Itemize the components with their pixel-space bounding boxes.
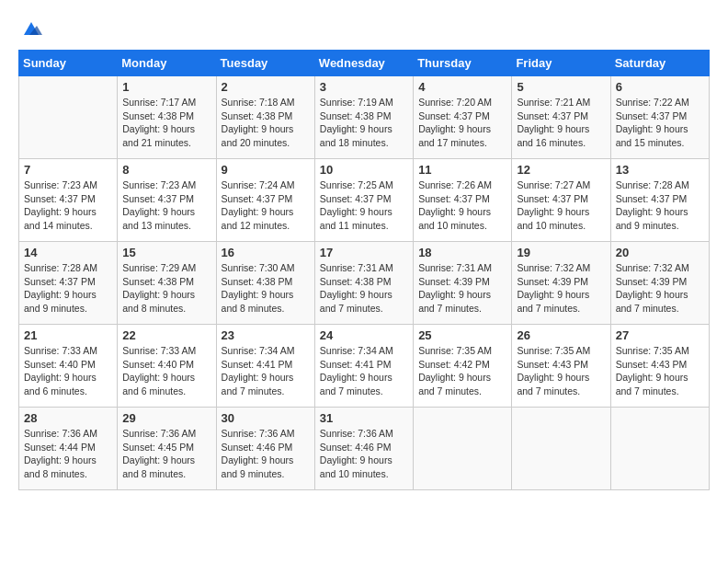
header-friday: Friday — [512, 51, 610, 76]
day-info: Sunrise: 7:31 AMSunset: 4:39 PMDaylight:… — [418, 261, 506, 316]
day-info: Sunrise: 7:36 AMSunset: 4:46 PMDaylight:… — [320, 427, 408, 481]
day-number: 15 — [122, 246, 210, 259]
calendar-week-row: 1Sunrise: 7:17 AMSunset: 4:38 PMDaylight… — [19, 76, 710, 159]
day-number: 26 — [517, 328, 605, 342]
day-number: 28 — [24, 411, 112, 425]
day-info: Sunrise: 7:31 AMSunset: 4:38 PMDaylight:… — [320, 261, 408, 316]
calendar-cell: 21Sunrise: 7:33 AMSunset: 4:40 PMDayligh… — [19, 325, 118, 408]
day-number: 17 — [320, 246, 408, 259]
calendar-cell: 7Sunrise: 7:23 AMSunset: 4:37 PMDaylight… — [19, 159, 118, 242]
logo — [18, 18, 42, 40]
day-number: 9 — [222, 163, 310, 177]
day-number: 2 — [222, 80, 310, 94]
day-number: 1 — [122, 80, 210, 94]
day-info: Sunrise: 7:34 AMSunset: 4:41 PMDaylight:… — [222, 344, 310, 398]
header-wednesday: Wednesday — [314, 51, 413, 76]
day-info: Sunrise: 7:32 AMSunset: 4:39 PMDaylight:… — [616, 261, 704, 316]
day-number: 4 — [418, 80, 506, 94]
day-number: 3 — [320, 80, 408, 94]
day-number: 8 — [122, 163, 210, 177]
day-info: Sunrise: 7:23 AMSunset: 4:37 PMDaylight:… — [24, 178, 112, 233]
day-number: 13 — [616, 163, 704, 177]
day-number: 20 — [616, 246, 704, 259]
day-info: Sunrise: 7:35 AMSunset: 4:43 PMDaylight:… — [517, 344, 605, 398]
day-info: Sunrise: 7:33 AMSunset: 4:40 PMDaylight:… — [122, 344, 210, 398]
calendar-header-row: SundayMondayTuesdayWednesdayThursdayFrid… — [19, 51, 710, 76]
page-header — [18, 18, 710, 40]
day-info: Sunrise: 7:35 AMSunset: 4:43 PMDaylight:… — [616, 344, 704, 398]
day-number: 21 — [24, 328, 112, 342]
day-info: Sunrise: 7:32 AMSunset: 4:39 PMDaylight:… — [517, 261, 605, 316]
day-info: Sunrise: 7:35 AMSunset: 4:42 PMDaylight:… — [418, 344, 506, 398]
day-info: Sunrise: 7:27 AMSunset: 4:37 PMDaylight:… — [517, 178, 605, 233]
calendar-cell: 25Sunrise: 7:35 AMSunset: 4:42 PMDayligh… — [414, 325, 512, 408]
calendar-week-row: 7Sunrise: 7:23 AMSunset: 4:37 PMDaylight… — [19, 159, 710, 242]
day-info: Sunrise: 7:23 AMSunset: 4:37 PMDaylight:… — [122, 178, 210, 233]
calendar-cell — [19, 76, 118, 159]
day-number: 16 — [222, 246, 310, 259]
calendar-week-row: 21Sunrise: 7:33 AMSunset: 4:40 PMDayligh… — [19, 325, 710, 408]
day-info: Sunrise: 7:36 AMSunset: 4:45 PMDaylight:… — [122, 427, 210, 481]
day-number: 10 — [320, 163, 408, 177]
calendar-cell: 5Sunrise: 7:21 AMSunset: 4:37 PMDaylight… — [512, 76, 610, 159]
calendar-cell: 23Sunrise: 7:34 AMSunset: 4:41 PMDayligh… — [216, 325, 314, 408]
day-number: 11 — [418, 163, 506, 177]
calendar-cell: 30Sunrise: 7:36 AMSunset: 4:46 PMDayligh… — [216, 408, 314, 490]
calendar-cell — [610, 408, 709, 490]
header-saturday: Saturday — [610, 51, 709, 76]
day-info: Sunrise: 7:18 AMSunset: 4:38 PMDaylight:… — [222, 96, 310, 150]
day-number: 30 — [222, 411, 310, 425]
calendar-week-row: 14Sunrise: 7:28 AMSunset: 4:37 PMDayligh… — [19, 242, 710, 325]
day-info: Sunrise: 7:30 AMSunset: 4:38 PMDaylight:… — [222, 261, 310, 316]
day-info: Sunrise: 7:22 AMSunset: 4:37 PMDaylight:… — [616, 96, 704, 150]
calendar-cell: 1Sunrise: 7:17 AMSunset: 4:38 PMDaylight… — [118, 76, 216, 159]
calendar-cell: 31Sunrise: 7:36 AMSunset: 4:46 PMDayligh… — [314, 408, 413, 490]
calendar-cell: 10Sunrise: 7:25 AMSunset: 4:37 PMDayligh… — [314, 159, 413, 242]
day-number: 18 — [418, 246, 506, 259]
calendar-cell: 28Sunrise: 7:36 AMSunset: 4:44 PMDayligh… — [19, 408, 118, 490]
day-info: Sunrise: 7:29 AMSunset: 4:38 PMDaylight:… — [122, 261, 210, 316]
header-monday: Monday — [118, 51, 216, 76]
calendar-cell: 9Sunrise: 7:24 AMSunset: 4:37 PMDaylight… — [216, 159, 314, 242]
day-number: 6 — [616, 80, 704, 94]
day-number: 12 — [517, 163, 605, 177]
day-info: Sunrise: 7:34 AMSunset: 4:41 PMDaylight:… — [320, 344, 408, 398]
calendar-cell: 2Sunrise: 7:18 AMSunset: 4:38 PMDaylight… — [216, 76, 314, 159]
header-thursday: Thursday — [414, 51, 512, 76]
day-number: 19 — [517, 246, 605, 259]
calendar-cell: 16Sunrise: 7:30 AMSunset: 4:38 PMDayligh… — [216, 242, 314, 325]
calendar-cell: 24Sunrise: 7:34 AMSunset: 4:41 PMDayligh… — [314, 325, 413, 408]
day-number: 5 — [517, 80, 605, 94]
day-info: Sunrise: 7:24 AMSunset: 4:37 PMDaylight:… — [222, 178, 310, 233]
calendar-cell: 20Sunrise: 7:32 AMSunset: 4:39 PMDayligh… — [610, 242, 709, 325]
day-number: 27 — [616, 328, 704, 342]
day-number: 24 — [320, 328, 408, 342]
day-number: 31 — [320, 411, 408, 425]
calendar-week-row: 28Sunrise: 7:36 AMSunset: 4:44 PMDayligh… — [19, 408, 710, 490]
calendar-cell: 3Sunrise: 7:19 AMSunset: 4:38 PMDaylight… — [314, 76, 413, 159]
day-info: Sunrise: 7:36 AMSunset: 4:46 PMDaylight:… — [222, 427, 310, 481]
day-info: Sunrise: 7:28 AMSunset: 4:37 PMDaylight:… — [24, 261, 112, 316]
calendar-cell: 26Sunrise: 7:35 AMSunset: 4:43 PMDayligh… — [512, 325, 610, 408]
day-number: 25 — [418, 328, 506, 342]
calendar-cell: 18Sunrise: 7:31 AMSunset: 4:39 PMDayligh… — [414, 242, 512, 325]
day-number: 23 — [222, 328, 310, 342]
calendar-cell: 6Sunrise: 7:22 AMSunset: 4:37 PMDaylight… — [610, 76, 709, 159]
day-number: 14 — [24, 246, 112, 259]
day-number: 7 — [24, 163, 112, 177]
day-info: Sunrise: 7:19 AMSunset: 4:38 PMDaylight:… — [320, 96, 408, 150]
day-info: Sunrise: 7:28 AMSunset: 4:37 PMDaylight:… — [616, 178, 704, 233]
calendar-cell: 12Sunrise: 7:27 AMSunset: 4:37 PMDayligh… — [512, 159, 610, 242]
header-sunday: Sunday — [19, 51, 118, 76]
calendar-table: SundayMondayTuesdayWednesdayThursdayFrid… — [18, 50, 710, 490]
day-info: Sunrise: 7:33 AMSunset: 4:40 PMDaylight:… — [24, 344, 112, 398]
calendar-cell: 17Sunrise: 7:31 AMSunset: 4:38 PMDayligh… — [314, 242, 413, 325]
day-info: Sunrise: 7:17 AMSunset: 4:38 PMDaylight:… — [122, 96, 210, 150]
calendar-cell: 15Sunrise: 7:29 AMSunset: 4:38 PMDayligh… — [118, 242, 216, 325]
calendar-cell — [512, 408, 610, 490]
day-info: Sunrise: 7:20 AMSunset: 4:37 PMDaylight:… — [418, 96, 506, 150]
calendar-cell — [414, 408, 512, 490]
calendar-cell: 8Sunrise: 7:23 AMSunset: 4:37 PMDaylight… — [118, 159, 216, 242]
calendar-cell: 19Sunrise: 7:32 AMSunset: 4:39 PMDayligh… — [512, 242, 610, 325]
day-number: 22 — [122, 328, 210, 342]
